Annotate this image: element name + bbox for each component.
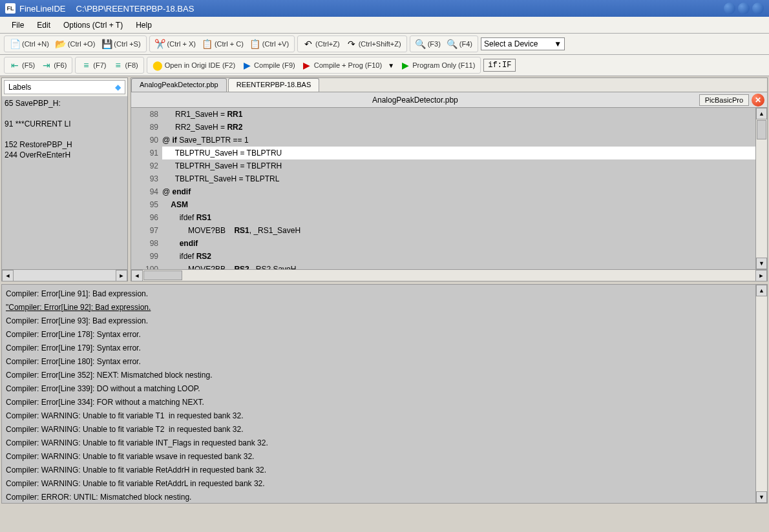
cut-button[interactable]: ✂️ (Ctrl + X) [153,37,198,50]
window-controls [724,3,764,14]
scroll-right-icon[interactable]: ► [116,270,127,281]
f5-label: (F5) [22,61,35,69]
f6-label: (F6) [54,61,67,69]
cut-label: (Ctrl + X) [167,40,196,48]
search-replace-icon: 🔍 [447,39,458,49]
app-icon: FL [5,3,16,14]
maximize-button[interactable] [738,3,750,14]
label-item[interactable] [5,130,125,139]
chevron-down-icon: ▼ [554,39,562,48]
code-line[interactable]: MOVE?BB RS1, _RS1_SaveH [162,224,755,237]
undo-button[interactable]: ↶ (Ctrl+Z) [300,37,342,50]
new-button[interactable]: 📄 (Ctrl +N) [7,37,52,50]
app-name: FineLineIDE [19,4,66,14]
output-line: "Compiler: Error[Line 92]: Bad expressio… [6,301,752,314]
code-line[interactable]: RR2_SaveH = RR2 [162,121,755,134]
scroll-down-icon[interactable]: ▼ [756,258,767,269]
editor-area: AnalogPeakDetector.pbpREENTERPBP-18.BAS … [131,77,768,281]
open-button[interactable]: 📂 (Ctrl +O) [53,37,98,50]
close-doc-button[interactable]: ✕ [752,94,764,107]
open-origi-button[interactable]: ⬤ Open in Origi IDE (F2) [150,59,238,72]
hscroll-thumb[interactable] [143,271,182,280]
code-line[interactable]: @ if Save_TBLPTR == 1 [162,134,755,147]
code-editor[interactable]: 888990919293949596979899100 RR1_SaveH = … [131,108,767,269]
code-lines[interactable]: RR1_SaveH = RR1 RR2_SaveH = RR2@ if Save… [162,108,755,269]
outdent-icon: ⇥ [41,60,52,70]
f7-button[interactable]: ≡ (F7) [78,59,109,72]
output-line: Compiler: WARNING: Unable to fit variabl… [6,450,752,464]
play-red-icon: ▶ [302,60,312,70]
scroll-left-icon[interactable]: ◄ [2,270,14,281]
program-only-button[interactable]: ▶ Program Only (F11) [397,59,478,72]
scroll-right-icon[interactable]: ► [755,270,767,281]
code-line[interactable]: MOVE?BB RS2, RS2 SaveH [162,263,755,269]
program-only-label: Program Only (F11) [412,61,475,69]
minimize-button[interactable] [724,3,735,14]
find-label: (F3) [428,40,441,48]
menu-options[interactable]: Options (Ctrl + T) [57,18,129,32]
vscroll-thumb[interactable] [757,120,766,139]
labels-dropdown[interactable]: Labels ◆ [4,80,125,94]
compiler-output[interactable]: Compiler: Error[Line 91]: Bad expression… [2,285,755,503]
open-folder-icon: 📂 [56,39,66,49]
editor-vscroll[interactable]: ▲ ▼ [755,108,767,269]
replace-label: (F4) [459,40,472,48]
f8-button[interactable]: ≡ (F8) [111,59,141,72]
tab[interactable]: REENTERPBP-18.BAS [228,78,320,92]
dropdown-arrow-icon[interactable]: ▼ [386,60,396,70]
code-line[interactable]: TBLPTRL_SaveH = TBLPTRL [162,172,755,185]
copy-icon: 📋 [202,39,213,49]
compile-button[interactable]: ▶ Compile (F9) [239,59,298,72]
scroll-left-icon[interactable]: ◄ [131,270,143,281]
output-panel: Compiler: Error[Line 91]: Bad expression… [1,284,768,504]
save-label: (Ctrl +S) [114,40,140,48]
code-line[interactable]: ifdef RS2 [162,250,755,263]
menu-help[interactable]: Help [129,18,158,32]
replace-button[interactable]: 🔍 (F4) [445,37,475,50]
save-button[interactable]: 💾 (Ctrl +S) [99,37,143,50]
scroll-up-icon[interactable]: ▲ [756,285,767,296]
new-label: (Ctrl +N) [22,40,49,48]
compile-label: Compile (F9) [254,61,295,69]
close-button[interactable] [752,3,764,14]
menu-file[interactable]: File [5,18,30,32]
label-item[interactable]: 91 ***CURRENT LI [5,119,125,128]
doc-type-button[interactable]: PicBasicPro [699,94,749,106]
scroll-up-icon[interactable]: ▲ [756,108,767,119]
compile-prog-button[interactable]: ▶ Compile + Prog (F10) [299,59,384,72]
code-line[interactable]: @ endif [162,185,755,198]
paste-button[interactable]: 📋 (Ctrl +V) [248,37,291,50]
code-line[interactable]: TBLPTRU_SaveH = TBLPTRU [162,147,755,159]
tab[interactable]: AnalogPeakDetector.pbp [131,78,227,92]
code-line[interactable]: ifdef RS1 [162,211,755,224]
code-line[interactable]: endif [162,237,755,250]
labels-hscroll[interactable]: ◄ ► [2,269,127,281]
device-select-text: Select a Device [484,39,538,48]
label-item[interactable]: 65 SavePBP_H: [5,99,125,108]
redo-button[interactable]: ↷ (Ctrl+Shift+Z) [344,37,404,50]
output-vscroll[interactable]: ▲ ▼ [755,285,767,503]
menu-edit[interactable]: Edit [30,18,57,32]
file-path: C:\PBP\REENTERPBP-18.BAS [76,4,195,14]
f7-label: (F7) [93,61,106,69]
search-icon: 🔍 [416,39,426,49]
label-item[interactable]: 244 OverReEnterH [5,150,125,159]
label-item[interactable]: 152 RestorePBP_H [5,140,125,149]
doc-title: AnalogPeakDetector.pbp [131,96,699,105]
code-line[interactable]: ASM [162,198,755,211]
indent-left-button[interactable]: ⇤ (F5) [7,59,37,72]
indent-right-button[interactable]: ⇥ (F6) [39,59,69,72]
editor-hscroll[interactable]: ◄ ► [131,269,767,281]
code-line[interactable]: TBLPTRH_SaveH = TBLPTRH [162,159,755,172]
code-line[interactable]: RR1_SaveH = RR1 [162,108,755,121]
label-item[interactable] [5,109,125,118]
scroll-down-icon[interactable]: ▼ [756,491,767,503]
labels-header-text: Labels [8,83,31,92]
redo-label: (Ctrl+Shift+Z) [359,40,401,48]
find-button[interactable]: 🔍 (F3) [413,37,443,50]
circle-yellow-icon: ⬤ [153,60,163,70]
labels-list[interactable]: 65 SavePBP_H: 91 ***CURRENT LI 152 Resto… [2,96,127,269]
output-line: Compiler: WARNING: Unable to fit variabl… [6,464,752,477]
device-select[interactable]: Select a Device ▼ [481,37,565,50]
copy-button[interactable]: 📋 (Ctrl + C) [200,37,246,50]
